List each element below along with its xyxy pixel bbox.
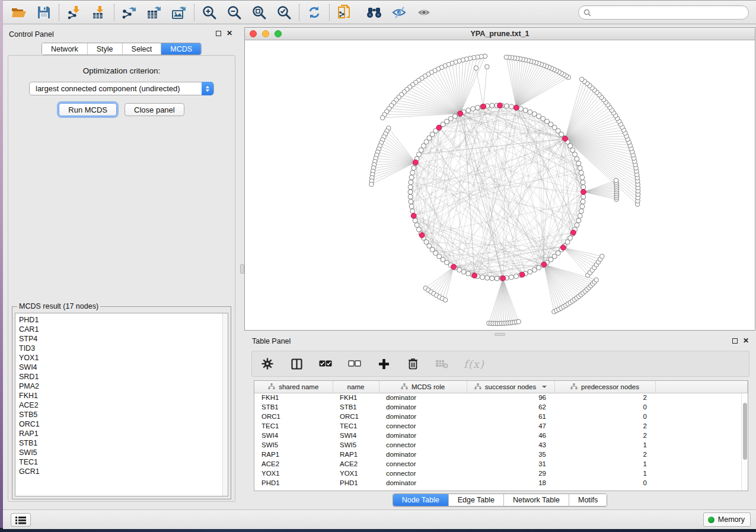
table-cell[interactable]: 61 [467, 412, 554, 421]
table-cell[interactable]: 2 [554, 421, 655, 431]
mcds-result-item[interactable]: PHD1 [19, 315, 228, 325]
table-row[interactable]: TEC1TEC1connector472 [254, 421, 748, 431]
table-cell[interactable]: PHD1 [254, 478, 333, 488]
table-cell[interactable]: ACE2 [333, 459, 379, 469]
mcds-result-item[interactable]: YOX1 [19, 353, 228, 363]
search-input[interactable] [594, 8, 744, 17]
table-row[interactable]: RAP1RAP1dominator352 [254, 450, 748, 459]
float-panel-icon[interactable] [214, 29, 222, 37]
clone-network-button[interactable] [334, 3, 355, 22]
task-history-button[interactable] [11, 513, 31, 527]
create-column-button[interactable] [377, 357, 391, 371]
table-cell[interactable]: 62 [467, 402, 554, 412]
table-cell[interactable]: PHD1 [333, 478, 379, 488]
close-panel-button[interactable]: Close panel [125, 103, 184, 116]
tab-node-table[interactable]: Node Table [393, 494, 449, 506]
import-table-button[interactable] [89, 3, 109, 22]
network-search-field[interactable] [578, 5, 749, 20]
table-cell[interactable]: ORC1 [254, 412, 333, 421]
show-column-panel-button[interactable] [289, 357, 304, 371]
table-cell[interactable]: FKH1 [333, 393, 379, 402]
table-cell[interactable]: 18 [467, 478, 554, 488]
column-header-MCDS-role[interactable]: MCDS role [379, 381, 467, 393]
mcds-result-item[interactable]: FKH1 [19, 391, 228, 400]
table-cell[interactable]: dominator [379, 450, 467, 459]
open-file-button[interactable] [9, 3, 29, 22]
table-cell[interactable]: 0 [554, 412, 655, 421]
hide-selected-button[interactable] [389, 3, 409, 22]
table-scrollbar-thumb[interactable] [743, 403, 747, 460]
table-cell[interactable]: ACE2 [254, 459, 333, 469]
export-table-button[interactable] [144, 3, 164, 22]
table-row[interactable]: YOX1YOX1connector291 [254, 469, 748, 478]
mcds-result-item[interactable]: PMA2 [19, 382, 228, 391]
table-cell[interactable]: RAP1 [333, 450, 379, 459]
zoom-in-button[interactable] [199, 3, 219, 22]
save-button[interactable] [34, 3, 54, 22]
table-cell[interactable]: SWI5 [333, 440, 379, 450]
table-close-panel-icon[interactable]: ✕ [742, 336, 750, 345]
close-panel-icon[interactable]: ✕ [225, 29, 234, 37]
export-network-button[interactable] [119, 3, 139, 22]
mcds-result-item[interactable]: TEC1 [19, 457, 228, 467]
run-mcds-button[interactable]: Run MCDS [59, 103, 117, 116]
table-cell[interactable]: connector [379, 459, 467, 469]
mcds-result-item[interactable]: STB1 [19, 438, 228, 448]
refresh-button[interactable] [304, 3, 324, 22]
table-cell[interactable]: STB1 [254, 402, 333, 412]
zoom-selected-button[interactable] [274, 3, 294, 22]
table-cell[interactable]: dominator [379, 431, 467, 440]
table-cell[interactable]: connector [379, 421, 467, 431]
table-cell[interactable]: YOX1 [333, 469, 379, 478]
memory-button[interactable]: Memory [703, 512, 751, 527]
table-cell[interactable]: 1 [554, 469, 655, 478]
table-cell[interactable]: connector [379, 469, 467, 478]
zoom-out-button[interactable] [224, 3, 244, 22]
table-cell[interactable]: YOX1 [254, 469, 333, 478]
mcds-result-item[interactable]: STP4 [19, 334, 228, 344]
table-cell[interactable]: 2 [554, 393, 655, 402]
table-row[interactable]: SWI5SWI5connector431 [254, 440, 748, 450]
table-cell[interactable]: FKH1 [254, 393, 333, 402]
table-row[interactable]: PHD1PHD1dominator180 [254, 478, 748, 488]
window-maximize-icon[interactable] [275, 30, 282, 37]
table-cell[interactable]: SWI5 [254, 440, 333, 450]
tab-select[interactable]: Select [123, 43, 162, 55]
mcds-result-item[interactable]: TID3 [19, 344, 228, 353]
zoom-fit-button[interactable] [249, 3, 269, 22]
table-cell[interactable]: dominator [379, 478, 467, 488]
table-cell[interactable]: dominator [379, 393, 467, 402]
window-minimize-icon[interactable] [262, 30, 269, 37]
table-cell[interactable]: 1 [554, 459, 655, 469]
table-cell[interactable]: 2 [554, 450, 655, 459]
table-row[interactable]: ORC1ORC1dominator610 [254, 412, 748, 421]
table-cell[interactable]: 0 [554, 402, 655, 412]
table-cell[interactable]: dominator [379, 412, 467, 421]
tab-network[interactable]: Network [42, 43, 88, 55]
mcds-result-item[interactable]: STB5 [19, 410, 228, 419]
mcds-result-item[interactable]: SWI5 [19, 448, 228, 457]
mcds-result-item[interactable]: ACE2 [19, 400, 228, 410]
table-cell[interactable]: 1 [554, 440, 655, 450]
table-cell[interactable]: 35 [467, 450, 554, 459]
table-scrollbar[interactable] [741, 393, 748, 491]
show-all-button[interactable] [414, 3, 434, 22]
sort-chevron-icon[interactable] [542, 386, 547, 388]
table-cell[interactable]: 43 [467, 440, 554, 450]
mcds-result-item[interactable]: GCR1 [19, 467, 228, 476]
mcds-result-item[interactable]: ORC1 [19, 419, 228, 429]
mcds-result-item[interactable]: SRD1 [19, 372, 228, 382]
mcds-result-list[interactable]: PHD1CAR1STP4TID3YOX1SWI4SRD1PMA2FKH1ACE2… [15, 313, 228, 496]
tab-network-table[interactable]: Network Table [504, 494, 569, 506]
table-row[interactable]: FKH1FKH1dominator962 [254, 393, 748, 402]
table-cell[interactable]: TEC1 [333, 421, 379, 431]
tab-edge-table[interactable]: Edge Table [449, 494, 504, 506]
horizontal-splitter-grip[interactable] [495, 333, 505, 336]
column-header-successor-nodes[interactable]: successor nodes [467, 381, 554, 393]
optimization-criterion-select[interactable]: largest connected component (undirected) [29, 82, 214, 95]
table-row[interactable]: STB1STB1dominator620 [254, 402, 748, 412]
tab-style[interactable]: Style [88, 43, 123, 55]
table-cell[interactable]: dominator [379, 402, 467, 412]
table-row[interactable]: SWI4SWI4dominator462 [254, 431, 748, 440]
network-canvas[interactable] [245, 40, 755, 330]
